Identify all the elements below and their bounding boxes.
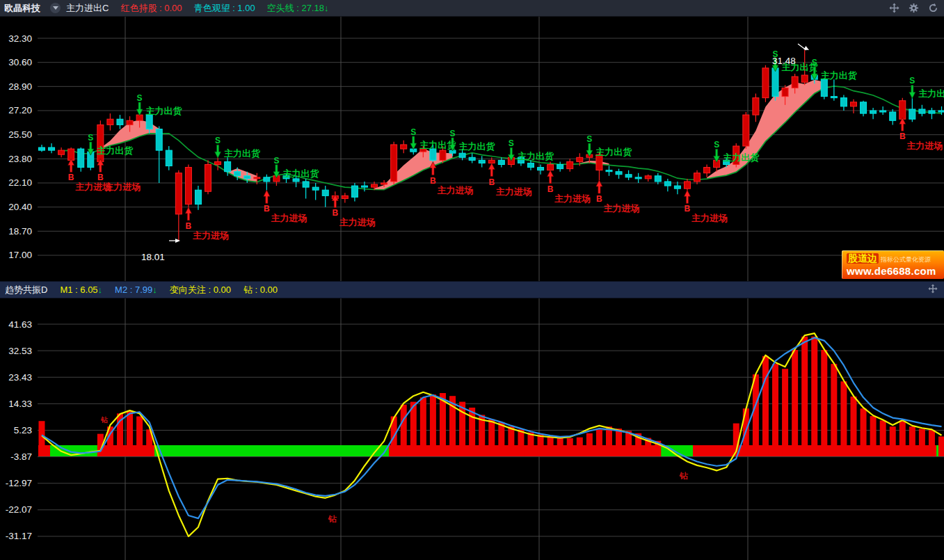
stock-app: { "toolbar": { "stock_name": "欧晶科技", "in… xyxy=(0,0,944,560)
svg-text:-31.17: -31.17 xyxy=(6,531,32,541)
svg-text:B: B xyxy=(264,204,270,214)
svg-text:主力出货: 主力出货 xyxy=(146,106,183,116)
svg-text:B: B xyxy=(68,173,74,182)
svg-text:钻: 钻 xyxy=(328,514,337,524)
svg-text:20.40: 20.40 xyxy=(8,202,32,212)
svg-text:主力进场: 主力进场 xyxy=(339,217,376,227)
svg-text:-3.87: -3.87 xyxy=(10,451,32,462)
svg-text:主力出货: 主力出货 xyxy=(821,70,858,81)
logo-tagline: 指标公式量化资源 xyxy=(881,255,931,265)
svg-text:S: S xyxy=(586,134,592,144)
logo-url: www.de6688.com xyxy=(847,265,944,277)
svg-text:18.01: 18.01 xyxy=(141,252,165,262)
logo-brand: 股道边 xyxy=(847,253,879,264)
svg-text:主力出货: 主力出货 xyxy=(97,145,134,156)
svg-text:-12.97: -12.97 xyxy=(6,478,32,488)
chevron-down-icon xyxy=(53,6,58,10)
svg-text:主力进场: 主力进场 xyxy=(193,230,229,241)
stat-short-line: 空头线 : 27.18↓ xyxy=(267,2,329,15)
toolbar: 欧晶科技 主力进出C 红色持股 : 0.00 青色观望 : 1.00 空头线 :… xyxy=(0,0,944,17)
svg-text:主力进场: 主力进场 xyxy=(554,193,591,204)
svg-text:主力进场: 主力进场 xyxy=(496,186,532,197)
svg-text:B: B xyxy=(547,184,554,194)
panel-move-handle[interactable] xyxy=(928,284,938,296)
svg-text:5.23: 5.23 xyxy=(14,425,32,435)
stat-red-holding: 红色持股 : 0.00 xyxy=(120,2,182,15)
svg-text:23.80: 23.80 xyxy=(8,154,32,164)
svg-text:32.30: 32.30 xyxy=(8,33,32,44)
svg-text:主力进场: 主力进场 xyxy=(691,213,728,223)
svg-text:B: B xyxy=(685,204,691,214)
svg-text:B: B xyxy=(430,176,436,186)
svg-text:S: S xyxy=(215,136,221,145)
svg-text:B: B xyxy=(899,131,906,141)
svg-text:S: S xyxy=(410,127,416,137)
move-icon xyxy=(928,284,938,294)
indicator-chart-canvas[interactable]: 41.6332.5323.4314.335.23-3.87-12.97-22.0… xyxy=(0,298,944,560)
svg-text:25.50: 25.50 xyxy=(8,129,32,140)
svg-text:主力进场: 主力进场 xyxy=(271,213,307,223)
svg-text:S: S xyxy=(88,133,93,143)
svg-text:主力进场: 主力进场 xyxy=(603,203,639,214)
svg-text:主力进场: 主力进场 xyxy=(104,182,141,192)
refresh-icon[interactable] xyxy=(928,3,938,13)
svg-text:22.10: 22.10 xyxy=(8,177,32,188)
svg-text:32.53: 32.53 xyxy=(8,346,32,356)
svg-text:S: S xyxy=(909,76,915,86)
svg-text:18.70: 18.70 xyxy=(8,226,32,237)
svg-text:14.33: 14.33 xyxy=(8,399,32,409)
indicator-name: 主力进出C xyxy=(66,2,109,15)
svg-text:41.63: 41.63 xyxy=(8,319,32,330)
svg-text:主力出货: 主力出货 xyxy=(282,168,319,179)
svg-text:主力出货: 主力出货 xyxy=(459,141,496,152)
svg-text:B: B xyxy=(596,194,602,204)
stat-cyan-watch: 青色观望 : 1.00 xyxy=(194,2,255,15)
gear-icon[interactable] xyxy=(909,3,919,13)
svg-text:B: B xyxy=(97,173,104,182)
m2-value: M2 : 7.99↓ xyxy=(115,285,157,295)
svg-text:S: S xyxy=(714,140,719,150)
indicator2-name: 趋势共振D xyxy=(5,284,47,296)
svg-text:23.43: 23.43 xyxy=(8,372,32,383)
svg-text:S: S xyxy=(273,156,279,166)
down-arrow-icon: ↓ xyxy=(98,285,103,295)
svg-text:主力出货: 主力出货 xyxy=(723,152,760,163)
svg-text:-22.07: -22.07 xyxy=(6,504,32,515)
svg-text:主力出货: 主力出货 xyxy=(918,88,944,99)
stock-name: 欧晶科技 xyxy=(4,2,40,15)
svg-text:S: S xyxy=(450,129,456,138)
main-chart-canvas[interactable]: 32.3030.6028.9027.2025.5023.8022.1020.40… xyxy=(0,17,944,281)
move-icon[interactable] xyxy=(889,3,899,13)
svg-text:27.20: 27.20 xyxy=(8,105,32,115)
svg-text:主力出货: 主力出货 xyxy=(595,147,632,157)
toolbar-icons xyxy=(889,3,938,13)
watch-value: 变向关注 : 0.00 xyxy=(170,284,231,296)
svg-text:17.00: 17.00 xyxy=(8,250,32,260)
svg-text:钻: 钻 xyxy=(679,471,688,481)
svg-text:B: B xyxy=(186,221,192,231)
svg-text:主力进场: 主力进场 xyxy=(437,185,473,195)
indicator-panel-header: 趋势共振D M1 : 6.05↓ M2 : 7.99↓ 变向关注 : 0.00 … xyxy=(0,281,944,298)
down-arrow-icon: ↓ xyxy=(152,285,157,295)
m1-value: M1 : 6.05↓ xyxy=(60,285,102,295)
svg-text:B: B xyxy=(332,208,338,218)
svg-text:S: S xyxy=(137,93,143,103)
svg-text:31.48: 31.48 xyxy=(772,56,796,66)
watermark-logo: 股道边 指标公式量化资源 www.de6688.com xyxy=(842,250,944,279)
svg-text:主力出货: 主力出货 xyxy=(518,151,554,161)
svg-text:S: S xyxy=(509,138,514,148)
svg-text:30.60: 30.60 xyxy=(8,57,32,67)
down-arrow-icon: ↓ xyxy=(324,3,329,13)
svg-text:S: S xyxy=(812,58,817,67)
drill-value: 钻 : 0.00 xyxy=(243,284,278,296)
svg-text:主力出货: 主力出货 xyxy=(224,148,261,159)
stock-dropdown-button[interactable] xyxy=(50,3,61,13)
svg-text:钻: 钻 xyxy=(100,416,108,424)
svg-text:主力进场: 主力进场 xyxy=(906,141,943,151)
svg-text:28.90: 28.90 xyxy=(8,81,32,92)
svg-text:B: B xyxy=(488,177,495,187)
